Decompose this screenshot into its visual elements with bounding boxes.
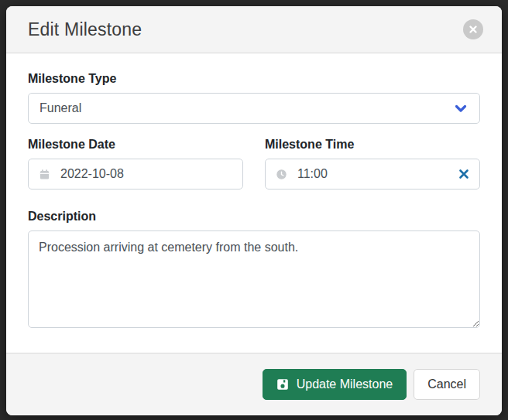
update-milestone-label: Update Milestone [297,377,393,391]
clock-icon [276,169,287,180]
x-circle-icon [469,25,478,34]
update-milestone-button[interactable]: Update Milestone [263,369,407,400]
description-textarea[interactable]: Procession arriving at cemetery from the… [28,230,480,328]
edit-milestone-dialog: Edit Milestone Milestone Type Funeral [6,6,502,415]
milestone-type-selected-value: Funeral [39,101,81,115]
milestone-date-group: Milestone Date [28,138,243,190]
milestone-time-input[interactable] [297,167,448,181]
cancel-label: Cancel [427,377,466,391]
milestone-type-label: Milestone Type [28,72,480,86]
dialog-header: Edit Milestone [6,6,502,53]
calendar-icon [39,169,50,180]
description-group: Description Procession arriving at cemet… [28,210,480,328]
milestone-date-input[interactable] [60,167,232,181]
milestone-time-label: Milestone Time [265,138,480,152]
milestone-time-field-wrap [265,159,480,190]
dialog-title: Edit Milestone [28,19,485,40]
save-icon [276,378,289,391]
date-time-row: Milestone Date Milestone Time [28,138,480,190]
dialog-body: Milestone Type Funeral Milestone Date [6,53,502,353]
x-clear-icon [458,169,469,179]
milestone-date-label: Milestone Date [28,138,243,152]
cancel-button[interactable]: Cancel [414,369,480,400]
dialog-footer: Update Milestone Cancel [6,353,502,415]
milestone-time-group: Milestone Time [265,138,480,190]
chevron-down-icon [455,104,467,113]
milestone-type-select[interactable]: Funeral [28,93,480,124]
close-button[interactable] [463,19,483,39]
description-label: Description [28,210,480,224]
milestone-date-field-wrap [28,159,243,190]
milestone-type-group: Milestone Type Funeral [28,72,480,124]
clear-time-button[interactable] [458,169,469,179]
